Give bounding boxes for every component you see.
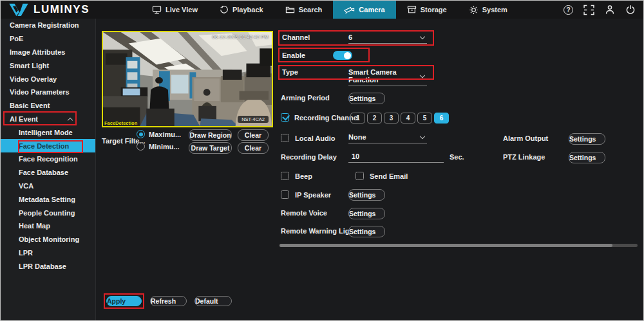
sidebar-item-heat-map[interactable]: Heat Map <box>1 219 95 233</box>
camera-icon <box>344 6 355 14</box>
draw-region-button[interactable]: Draw Region <box>189 129 232 141</box>
remote-warning-light-settings-button[interactable]: Settings <box>348 226 385 237</box>
ip-speaker-label: IP Speaker <box>295 191 331 199</box>
local-audio-row: Local Audio <box>281 134 336 142</box>
radio-minimum[interactable] <box>137 142 145 151</box>
alarm-output-settings-button[interactable]: Settings <box>569 133 605 145</box>
face-detection-overlay-label: FaceDetection <box>104 120 137 126</box>
horizontal-scrollbar[interactable] <box>279 244 638 247</box>
channel-chip-2[interactable]: 2 <box>367 113 382 124</box>
sidebar: Camera Registration PoE Image Attributes… <box>1 19 96 320</box>
nav-playback[interactable]: Playback <box>209 1 274 19</box>
nav-camera[interactable]: Camera <box>333 1 395 19</box>
sidebar-item-poe[interactable]: PoE <box>1 32 95 46</box>
recording-channel-chips: 1 2 3 4 5 6 <box>350 113 451 124</box>
user-icon[interactable] <box>604 5 615 15</box>
gear-icon <box>469 5 478 15</box>
target-filter-max-option[interactable]: Maximu... <box>137 130 181 138</box>
sidebar-item-face-detection[interactable]: Face Detection <box>1 139 95 152</box>
channel-label: Channel <box>282 33 310 41</box>
sidebar-item-intelligent-mode[interactable]: Intelligent Mode <box>1 125 95 139</box>
nav-system[interactable]: System <box>458 1 518 19</box>
sidebar-item-basic-event[interactable]: Basic Event <box>1 99 95 113</box>
arming-period-label: Arming Period <box>281 94 330 102</box>
target-filter-min-option[interactable]: Minimu... <box>137 142 180 151</box>
sidebar-item-video-overlay[interactable]: Video Overlay <box>1 72 95 86</box>
apply-button[interactable]: Apply <box>106 296 142 306</box>
ip-speaker-settings-button[interactable]: Settings <box>348 189 385 201</box>
app-window: LUMINYS Live View Playback Search <box>0 0 644 321</box>
recording-channel-checkbox[interactable] <box>281 113 289 122</box>
sidebar-item-people-counting[interactable]: People Counting <box>1 206 95 219</box>
channel-chip-4[interactable]: 4 <box>401 113 415 124</box>
sidebar-item-lpr[interactable]: LPR <box>1 246 95 260</box>
top-nav-bar: LUMINYS Live View Playback Search <box>1 1 643 19</box>
sidebar-item-face-recognition[interactable]: Face Recognition <box>1 152 95 166</box>
sidebar-item-lpr-database[interactable]: LPR Database <box>1 259 95 273</box>
ip-speaker-checkbox[interactable] <box>281 190 289 199</box>
chevron-down-icon <box>420 33 425 39</box>
sidebar-item-smart-light[interactable]: Smart Light <box>1 59 95 72</box>
help-icon[interactable]: ? <box>563 5 574 15</box>
draw-target-button[interactable]: Draw Target <box>189 142 232 154</box>
alarm-output-label: Alarm Output <box>503 134 548 142</box>
type-label: Type <box>282 68 298 76</box>
remote-voice-settings-button[interactable]: Settings <box>348 208 385 219</box>
monitor-icon <box>152 5 162 14</box>
sidebar-item-vca[interactable]: VCA <box>1 179 95 193</box>
brand-logo: LUMINYS <box>1 3 90 17</box>
ptz-linkage-settings-button[interactable]: Settings <box>569 152 605 163</box>
remote-warning-light-label: Remote Warning Light <box>281 227 356 235</box>
recording-delay-input[interactable]: 10 <box>348 152 444 163</box>
channel-chip-1[interactable]: 1 <box>350 113 365 124</box>
nav-label: Search <box>299 6 323 14</box>
sidebar-item-object-monitoring[interactable]: Object Monitoring <box>1 233 95 246</box>
storage-icon <box>407 5 417 14</box>
radio-maximum[interactable] <box>137 130 145 138</box>
chevron-down-icon <box>420 72 425 77</box>
camera-preview[interactable]: 06-12-2025 01:42:42 PM FaceDetection NST… <box>102 31 273 127</box>
sidebar-item-video-parameters[interactable]: Video Parameters <box>1 86 95 99</box>
send-email-row: Send Email <box>355 172 408 180</box>
default-button[interactable]: Default <box>194 296 232 306</box>
clear-target-button[interactable]: Clear <box>238 142 269 154</box>
nav-label: Playback <box>232 6 263 14</box>
playback-icon <box>220 5 229 14</box>
nav-storage[interactable]: Storage <box>396 1 458 19</box>
nav-label: Camera <box>359 6 384 14</box>
recording-delay-unit: Sec. <box>450 153 464 161</box>
sidebar-item-face-database[interactable]: Face Database <box>1 166 95 179</box>
channel-chip-6[interactable]: 6 <box>434 113 449 124</box>
nav-live-view[interactable]: Live View <box>141 1 209 19</box>
luminys-logo-icon <box>8 3 29 17</box>
channel-chip-3[interactable]: 3 <box>384 113 399 124</box>
scrollbar-thumb[interactable] <box>279 244 612 247</box>
local-audio-dropdown[interactable]: None <box>348 133 427 143</box>
clear-region-button[interactable]: Clear <box>238 129 269 141</box>
power-icon[interactable] <box>625 5 636 15</box>
beep-label: Beep <box>295 172 312 180</box>
beep-checkbox[interactable] <box>281 172 289 180</box>
ip-speaker-row: IP Speaker <box>281 190 331 199</box>
chevron-down-icon <box>420 133 425 138</box>
main-nav: Live View Playback Search Camera <box>141 1 518 19</box>
video-timestamp: 06-12-2025 01:42:42 PM <box>213 34 269 40</box>
arming-period-settings-button[interactable]: Settings <box>348 93 385 104</box>
sidebar-item-image-attributes[interactable]: Image Attributes <box>1 46 95 59</box>
send-email-checkbox[interactable] <box>355 172 364 180</box>
nav-label: System <box>482 6 507 14</box>
camera-preview-image <box>103 32 272 126</box>
refresh-button[interactable]: Refresh <box>150 296 187 306</box>
type-dropdown[interactable]: Smart Camera Function <box>348 68 427 86</box>
scan-icon[interactable] <box>583 5 594 15</box>
channel-dropdown[interactable]: 6 <box>348 33 427 44</box>
sidebar-item-metadata-setting[interactable]: Metadata Setting <box>1 192 95 206</box>
recording-channel-label: Recording Channel <box>294 114 359 122</box>
nav-search[interactable]: Search <box>274 1 334 19</box>
sidebar-item-ai-event[interactable]: AI Event <box>1 113 95 126</box>
sidebar-item-camera-registration[interactable]: Camera Registration <box>1 19 95 32</box>
enable-toggle[interactable] <box>333 51 352 60</box>
recording-channel-row: Recording Channel <box>281 113 359 122</box>
channel-chip-5[interactable]: 5 <box>417 113 432 124</box>
local-audio-checkbox[interactable] <box>281 134 289 142</box>
